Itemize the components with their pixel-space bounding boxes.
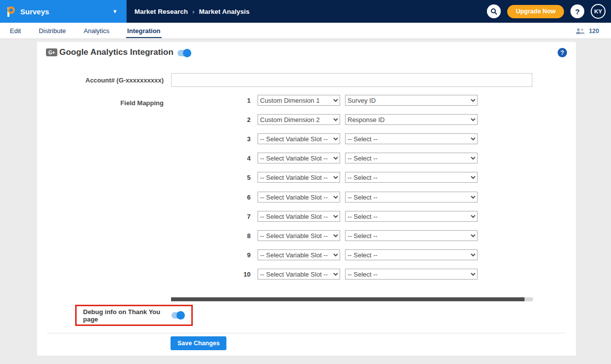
field-mapping-row: 5 -- Select Variable Slot -- -- Select -… <box>230 172 478 183</box>
debug-highlight-annotation: Debug info on Thank You page <box>75 305 193 326</box>
tab-integration[interactable]: Integration <box>126 24 161 38</box>
field-mapping-row: 4 -- Select Variable Slot -- -- Select -… <box>230 153 478 163</box>
variable-slot-select-2[interactable]: Custom Dimension 2 <box>258 114 340 125</box>
field-mapping-row: 3 -- Select Variable Slot -- -- Select -… <box>230 133 478 144</box>
variable-slot-select-8[interactable]: -- Select Variable Slot -- <box>258 230 340 241</box>
page: Surveys ▼ Market Research › Market Analy… <box>0 0 611 364</box>
field-select-7[interactable]: -- Select -- <box>345 211 478 222</box>
search-icon <box>490 8 497 15</box>
field-mapping-label: Field Mapping <box>37 99 164 107</box>
help-button[interactable]: ? <box>570 4 584 18</box>
people-icon <box>575 28 585 34</box>
panel-help-button[interactable]: ? <box>558 48 567 57</box>
topbar-actions: Upgrade Now ? KY <box>487 0 606 23</box>
response-count: 120 <box>589 28 599 35</box>
upgrade-now-button[interactable]: Upgrade Now <box>507 5 564 18</box>
row-number: 7 <box>230 213 251 220</box>
search-button[interactable] <box>487 4 501 18</box>
row-number: 1 <box>230 97 251 104</box>
save-changes-button[interactable]: Save Changes <box>171 336 226 350</box>
horizontal-scrollbar-thumb[interactable] <box>171 297 524 301</box>
account-number-input[interactable] <box>171 73 532 87</box>
tab-edit[interactable]: Edit <box>9 24 22 38</box>
field-mapping-row: 2 Custom Dimension 2 Response ID <box>230 114 478 125</box>
debug-toggle-label: Debug info on Thank You page <box>83 308 172 323</box>
row-number: 2 <box>230 116 251 123</box>
variable-slot-select-3[interactable]: -- Select Variable Slot -- <box>258 133 340 144</box>
field-select-2[interactable]: Response ID <box>345 114 478 125</box>
product-name: Surveys <box>20 7 49 16</box>
google-analytics-enable-toggle[interactable] <box>177 50 190 56</box>
field-mapping-row: 9 -- Select Variable Slot -- -- Select -… <box>230 249 478 260</box>
tab-analytics[interactable]: Analytics <box>83 24 110 38</box>
account-number-label: Account# (G-xxxxxxxxxx) <box>37 77 164 84</box>
questionpro-logo-icon <box>7 6 15 17</box>
variable-slot-select-1[interactable]: Custom Dimension 1 <box>258 95 340 106</box>
row-number: 10 <box>230 271 251 278</box>
field-select-4[interactable]: -- Select -- <box>345 153 478 163</box>
footer-divider <box>47 333 566 333</box>
row-number: 6 <box>230 194 251 201</box>
variable-slot-select-6[interactable]: -- Select Variable Slot -- <box>258 192 340 202</box>
field-mapping-row: 10 -- Select Variable Slot -- -- Select … <box>230 269 478 280</box>
variable-slot-select-10[interactable]: -- Select Variable Slot -- <box>258 269 340 280</box>
field-mapping-row: 8 -- Select Variable Slot -- -- Select -… <box>230 230 478 241</box>
field-select-1[interactable]: Survey ID <box>345 95 478 106</box>
field-select-5[interactable]: -- Select -- <box>345 172 478 183</box>
variable-slot-select-4[interactable]: -- Select Variable Slot -- <box>258 153 340 163</box>
row-number: 5 <box>230 174 251 181</box>
field-select-6[interactable]: -- Select -- <box>345 192 478 202</box>
breadcrumb-folder[interactable]: Market Research <box>134 8 188 15</box>
field-select-9[interactable]: -- Select -- <box>345 249 478 260</box>
row-number: 9 <box>230 251 251 259</box>
variable-slot-select-7[interactable]: -- Select Variable Slot -- <box>258 211 340 222</box>
breadcrumb: Market Research › Market Analysis <box>134 0 250 23</box>
survey-tabbar: Edit Distribute Analytics Integration 12… <box>0 23 611 39</box>
breadcrumb-current-survey: Market Analysis <box>199 8 249 15</box>
row-number: 8 <box>230 232 251 240</box>
field-mapping-row: 6 -- Select Variable Slot -- -- Select -… <box>230 192 478 202</box>
field-mapping-row: 7 -- Select Variable Slot -- -- Select -… <box>230 211 478 222</box>
google-plus-icon: G+ <box>46 48 57 56</box>
variable-slot-select-9[interactable]: -- Select Variable Slot -- <box>258 249 340 260</box>
breadcrumb-separator-icon: › <box>192 8 194 15</box>
field-select-10[interactable]: -- Select -- <box>345 269 478 280</box>
question-mark-icon: ? <box>575 7 579 16</box>
field-select-3[interactable]: -- Select -- <box>345 133 478 144</box>
avatar[interactable]: KY <box>591 4 606 19</box>
field-select-8[interactable]: -- Select -- <box>345 230 478 241</box>
debug-info-toggle[interactable] <box>172 312 184 319</box>
google-analytics-panel: G+ Google Analytics Integration ? Accoun… <box>37 42 576 356</box>
row-number: 4 <box>230 155 251 162</box>
field-mapping-row: 1 Custom Dimension 1 Survey ID <box>230 95 478 106</box>
horizontal-scrollbar <box>171 297 533 301</box>
topbar: Surveys ▼ Market Research › Market Analy… <box>0 0 611 23</box>
chevron-down-icon: ▼ <box>112 8 118 14</box>
row-number: 3 <box>230 135 251 143</box>
variable-slot-select-5[interactable]: -- Select Variable Slot -- <box>258 172 340 183</box>
product-switcher[interactable]: Surveys ▼ <box>0 0 127 23</box>
tab-distribute[interactable]: Distribute <box>38 24 67 38</box>
content-area: G+ Google Analytics Integration ? Accoun… <box>0 39 611 364</box>
responses-summary[interactable]: 120 <box>575 23 599 39</box>
panel-title: Google Analytics Integration <box>59 47 174 57</box>
